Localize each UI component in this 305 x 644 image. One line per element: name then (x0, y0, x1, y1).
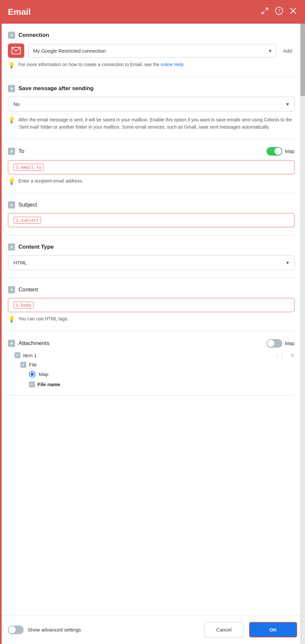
save-message-hint-icon: 💡 (8, 116, 15, 124)
file-name-title: File name (37, 382, 60, 387)
to-title: To (18, 148, 24, 155)
subject-chevron[interactable] (8, 201, 15, 209)
attachments-header-left: Attachments (8, 340, 50, 347)
attachments-map-row: Map (267, 339, 294, 348)
to-input-wrap[interactable]: 1.email_to (8, 160, 294, 174)
close-icon[interactable] (289, 7, 297, 17)
save-message-hint-text: After the email message is sent, it will… (18, 116, 294, 131)
connection-section: Connection My Google Restricted connecti… (8, 24, 294, 77)
item1-title: Item 1 (23, 353, 37, 358)
content-type-title: Content Type (18, 244, 54, 250)
map-radio-button[interactable] (29, 371, 35, 378)
content-section: Content 1.body 💡 You can use HTML tags. (8, 278, 294, 331)
connection-title: Connection (18, 32, 49, 38)
to-hint-row: 💡 Enter a recipient email address. (8, 178, 294, 185)
to-tag-value: 1.email_to (13, 164, 44, 171)
cancel-button[interactable]: Cancel (204, 622, 244, 637)
to-section-header-left: To (8, 148, 24, 155)
item1-header: Item 1 ⋮⋮ ✕ (14, 352, 294, 359)
content-type-header: Content Type (8, 243, 294, 251)
file-name-section: File name (20, 382, 294, 387)
file-name-header: File name (29, 382, 294, 387)
content-chevron[interactable] (8, 286, 15, 293)
file-chevron[interactable] (20, 362, 26, 368)
advanced-settings-toggle[interactable] (8, 626, 24, 634)
map-radio-inner (31, 373, 34, 376)
map-radio-label: Map (39, 371, 48, 377)
attachments-section-header-row: Attachments Map (8, 339, 294, 348)
connection-hint-text: For more information on how to create a … (18, 61, 185, 68)
connection-help-link[interactable]: online Help. (161, 62, 185, 67)
item1-drag-icon[interactable]: ⋮⋮ (274, 352, 285, 359)
item1-header-left: Item 1 (14, 352, 37, 358)
save-message-hint-row: 💡 After the email message is sent, it wi… (8, 116, 294, 131)
attachments-map-toggle[interactable] (267, 339, 282, 348)
attachments-title: Attachments (18, 340, 50, 347)
subject-title: Subject (18, 202, 37, 208)
subject-section: Subject 1.subject (8, 193, 294, 235)
content-type-value: HTML (13, 260, 27, 265)
save-message-header: Save message after sending (8, 85, 294, 92)
help-icon[interactable]: ? (275, 7, 283, 17)
connection-email-icon (8, 43, 24, 58)
connection-row: My Google Restricted connection ▾ Add (8, 43, 294, 58)
subject-section-header: Subject (8, 201, 294, 209)
content-type-section: Content Type HTML ▾ (8, 235, 294, 278)
connection-hint-row: 💡 For more information on how to create … (8, 61, 294, 69)
content-section-header: Content (8, 286, 294, 293)
scrollbar-thumb[interactable] (300, 24, 305, 96)
save-message-value: No (13, 101, 20, 107)
item1-close-icon[interactable]: ✕ (290, 352, 294, 359)
advanced-settings-row: Show advanced settings (8, 626, 81, 634)
save-message-chevron[interactable] (8, 85, 15, 92)
attachment-item-1: Item 1 ⋮⋮ ✕ File (8, 352, 294, 387)
file-name-chevron[interactable] (29, 382, 35, 387)
content-title: Content (18, 286, 38, 293)
connection-dropdown[interactable]: My Google Restricted connection ▾ (28, 44, 276, 58)
left-accent-bar (0, 24, 2, 644)
spacer (8, 396, 294, 409)
file-subsection: File Map File name (14, 362, 294, 387)
to-hint-text: Enter a recipient email address. (18, 178, 83, 185)
advanced-settings-label: Show advanced settings (28, 627, 81, 632)
save-message-dropdown[interactable]: No ▾ (8, 97, 294, 111)
connection-hint-icon: 💡 (8, 62, 15, 69)
attachments-chevron[interactable] (8, 340, 15, 347)
file-title: File (29, 362, 37, 367)
item1-chevron[interactable] (14, 352, 20, 358)
content-hint-text: You can use HTML tags. (18, 315, 68, 322)
attachments-section: Attachments Map Item 1 ⋮⋮ ✕ (8, 331, 294, 396)
header-icons: ? (261, 7, 297, 17)
save-message-arrow: ▾ (286, 101, 289, 107)
add-connection-button[interactable]: Add (280, 48, 294, 54)
to-section: To Map 1.email_to 💡 Enter a recipient em… (8, 139, 294, 193)
subject-tag-value: 1.subject (13, 217, 41, 224)
content-type-chevron[interactable] (8, 243, 15, 251)
item1-actions: ⋮⋮ ✕ (274, 352, 294, 359)
content-hint-row: 💡 You can use HTML tags. (8, 315, 294, 323)
modal-title: Email (8, 7, 31, 17)
to-map-row: Map (267, 147, 294, 156)
content-input-wrap[interactable]: 1.body (8, 298, 294, 312)
content-tag-value: 1.body (13, 302, 34, 309)
connection-section-header: Connection (8, 32, 294, 39)
bottom-buttons: Cancel OK (204, 622, 297, 637)
file-header: File (20, 362, 294, 368)
bottom-bar: Show advanced settings Cancel OK (0, 615, 305, 644)
scrollbar-track[interactable] (300, 24, 305, 644)
content-type-dropdown[interactable]: HTML ▾ (8, 255, 294, 270)
map-radio-row: Map (20, 371, 294, 378)
connection-dropdown-arrow: ▾ (269, 48, 271, 54)
connection-value: My Google Restricted connection (33, 48, 106, 54)
svg-text:?: ? (278, 8, 280, 13)
to-chevron[interactable] (8, 148, 15, 155)
content-type-arrow: ▾ (286, 260, 289, 266)
ok-button[interactable]: OK (249, 622, 297, 637)
attachments-map-label: Map (285, 340, 294, 346)
to-section-header-row: To Map (8, 147, 294, 156)
expand-icon[interactable] (261, 7, 269, 17)
subject-input-wrap[interactable]: 1.subject (8, 213, 294, 227)
to-map-toggle[interactable] (267, 147, 282, 156)
modal-content: Connection My Google Restricted connecti… (0, 24, 305, 615)
connection-chevron[interactable] (8, 32, 15, 39)
